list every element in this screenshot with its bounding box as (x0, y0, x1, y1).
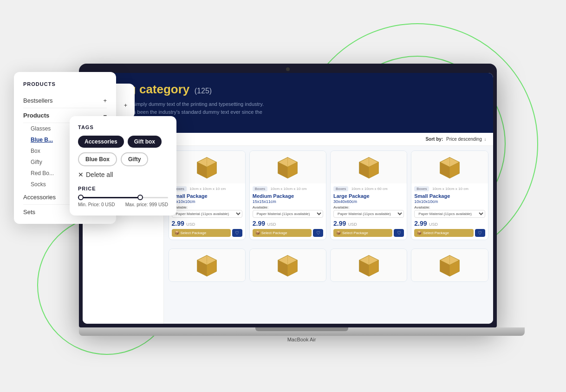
price-labels: Min. Price: 0 USD Max. price: 999 USD (78, 202, 168, 207)
select-package-button[interactable]: 📦 Select Package (333, 229, 392, 237)
package-icon: 📦 (336, 231, 341, 235)
product-availability: Available: (172, 205, 242, 209)
product-card: Boxes 10cm x 10cm x 60 cm Large Package … (330, 150, 407, 240)
delete-all-button[interactable]: ✕ Delete all (78, 171, 168, 178)
products-grid-row2 (164, 244, 493, 287)
price-slider-thumb-right[interactable] (137, 195, 143, 200)
product-material-select[interactable]: Paper Material (11pcs available) (172, 210, 242, 218)
tag-gifty[interactable]: Gifty (121, 152, 148, 166)
product-price-row: 2.99 USD (333, 220, 404, 227)
product-currency: USD (186, 222, 195, 227)
product-image (411, 249, 488, 281)
product-availability: Available: (414, 205, 485, 209)
laptop-camera (286, 67, 290, 71)
tag-giftbox[interactable]: Gift box (128, 136, 162, 148)
product-count: (125) (195, 87, 212, 95)
sidebar-item-bestsellers[interactable]: Bestsellers + (23, 93, 107, 108)
product-card (169, 248, 246, 282)
price-slider-thumb-left[interactable] (78, 195, 84, 200)
plus-icon: + (124, 102, 127, 109)
product-info: Boxes 10cm x 10cm x 60 cm Large Package … (331, 183, 407, 240)
tag-bluebox[interactable]: Blue Box (78, 152, 117, 166)
sort-value[interactable]: Price descending (446, 137, 482, 142)
delete-all-label: Delete all (86, 171, 113, 178)
package-icon: 📦 (255, 231, 260, 235)
laptop-base-center (255, 327, 348, 331)
product-tag-row: Boxes 10cm x 10cm x 10 cm (414, 186, 485, 193)
product-image (250, 151, 326, 183)
wishlist-button[interactable]: ♡ (394, 229, 404, 237)
product-actions: 📦 Select Package ♡ (333, 229, 404, 237)
select-package-button[interactable]: 📦 Select Package (253, 229, 312, 237)
product-tag-row: Boxes 10cm x 10cm x 10 cm (253, 186, 323, 193)
price-slider-fill (78, 197, 141, 198)
product-material-select[interactable]: Paper Material (11pcs available) (253, 210, 323, 218)
sort-label: Sort by: (425, 137, 443, 142)
listing-title: Listing category (125) (97, 82, 479, 97)
tag-accessories[interactable]: Accessories (78, 136, 124, 148)
inactive-tags-row: Blue Box Gifty (78, 152, 168, 166)
products-grid: Boxes 10cm x 10cm x 10 cm Small Package … (164, 146, 493, 245)
product-actions: 📦 Select Package ♡ (414, 229, 485, 237)
product-price: 2.99 (333, 220, 346, 227)
product-dims: 10x10x10cm (172, 199, 242, 204)
product-tag: Boxes (333, 186, 348, 191)
package-icon: 📦 (175, 231, 179, 235)
product-currency: USD (348, 222, 357, 227)
product-availability: Available: (253, 205, 323, 209)
product-price: 2.99 (172, 220, 184, 227)
product-name: Large Package (333, 193, 404, 199)
product-card (411, 248, 488, 282)
product-name: Small Package (414, 193, 485, 199)
product-card: Boxes 10cm x 10cm x 10 cm Small Package … (169, 150, 246, 240)
price-slider-track[interactable] (78, 197, 168, 198)
sidebar-item-label: Sets (23, 209, 35, 216)
product-card: Boxes 10cm x 10cm x 10 cm Medium Package… (249, 150, 326, 240)
package-icon: 📦 (417, 231, 422, 235)
product-price-row: 2.99 USD (172, 220, 242, 227)
products-area: Sort by: Price descending ↓ (164, 133, 493, 324)
product-info: Boxes 10cm x 10cm x 10 cm Small Package … (169, 183, 245, 240)
sort-controls: Sort by: Price descending ↓ (425, 137, 486, 142)
sidebar-item-label: Bestsellers (23, 97, 53, 104)
product-price-row: 2.99 USD (253, 220, 323, 227)
product-image (250, 249, 326, 281)
product-dims: 30x40x60cm (333, 199, 404, 204)
close-icon: ✕ (78, 171, 84, 178)
max-price-label: Max. price: 999 USD (125, 202, 168, 207)
product-dims: 10x10x10cm (414, 199, 485, 204)
product-image (411, 151, 488, 183)
product-size: 10cm x 10cm x 10 cm (432, 187, 468, 191)
product-image (331, 249, 407, 281)
product-image (169, 151, 245, 183)
wishlist-button[interactable]: ♡ (232, 229, 242, 237)
product-tag: Boxes (414, 186, 429, 191)
product-price: 2.99 (253, 220, 265, 227)
product-name: Small Package (172, 193, 242, 199)
wishlist-button[interactable]: ♡ (313, 229, 323, 237)
product-size: 10cm x 10cm x 10 cm (271, 187, 307, 191)
product-material-select[interactable]: Paper Material (11pcs available) (333, 210, 404, 218)
product-card (330, 248, 407, 282)
products-toolbar: Sort by: Price descending ↓ (164, 133, 493, 146)
active-tags-row: Accessories Gift box (78, 136, 168, 148)
wishlist-button[interactable]: ♡ (475, 229, 485, 237)
product-price: 2.99 (414, 220, 427, 227)
product-image (169, 249, 245, 281)
product-tag-row: Boxes 10cm x 10cm x 10 cm (172, 186, 242, 193)
tags-filter-popup: TAGS Accessories Gift box Blue Box Gifty… (70, 116, 176, 216)
product-material-select[interactable]: Paper Material (11pcs available) (414, 210, 485, 218)
plus-icon: + (103, 97, 107, 104)
sidebar-item-label: Products (23, 112, 49, 119)
select-package-button[interactable]: 📦 Select Package (172, 229, 231, 237)
product-card (249, 248, 326, 282)
sort-icon[interactable]: ↓ (484, 137, 487, 142)
product-card: Boxes 10cm x 10cm x 10 cm Small Package … (411, 150, 488, 240)
tags-title: TAGS (78, 124, 168, 130)
sidebar-item-label: Accessories (23, 194, 56, 201)
select-package-button[interactable]: 📦 Select Package (414, 229, 473, 237)
product-tag-row: Boxes 10cm x 10cm x 60 cm (333, 186, 404, 193)
product-price-row: 2.99 USD (414, 220, 485, 227)
price-title: PRICE (78, 186, 168, 191)
scene: Listing category (125) Lorem Ipsum is si… (0, 0, 566, 392)
